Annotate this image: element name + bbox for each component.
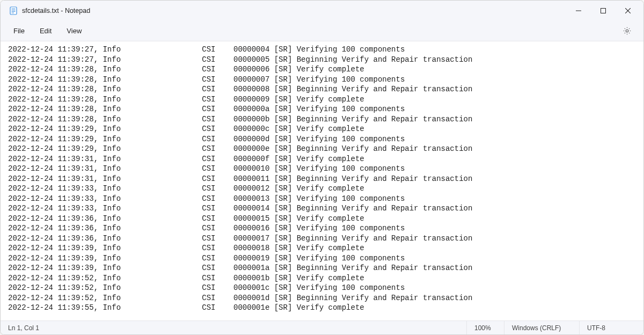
svg-rect-6 — [601, 9, 606, 13]
text-content[interactable]: 2022-12-24 11:39:27, Info CSI 00000004 [… — [1, 41, 643, 321]
notepad-window: sfcdetails.txt - Notepad File Edit View — [0, 0, 644, 335]
notepad-app-icon — [9, 6, 18, 15]
maximize-button[interactable] — [591, 2, 616, 19]
window-title: sfcdetails.txt - Notepad — [22, 7, 90, 14]
status-zoom[interactable]: 100% — [466, 321, 504, 334]
menubar: File Edit View — [1, 21, 643, 41]
menu-view[interactable]: View — [60, 24, 88, 38]
status-cursor: Ln 1, Col 1 — [1, 321, 47, 334]
titlebar: sfcdetails.txt - Notepad — [1, 1, 643, 21]
status-encoding: UTF-8 — [579, 321, 643, 334]
editor-area[interactable]: 2022-12-24 11:39:27, Info CSI 00000004 [… — [1, 41, 643, 321]
svg-rect-0 — [10, 7, 17, 14]
menu-file[interactable]: File — [7, 24, 31, 38]
close-button[interactable] — [616, 2, 640, 19]
statusbar: Ln 1, Col 1 100% Windows (CRLF) UTF-8 — [1, 321, 643, 334]
window-controls — [566, 2, 640, 19]
menu-edit[interactable]: Edit — [33, 24, 58, 38]
minimize-button[interactable] — [566, 2, 591, 19]
gear-icon[interactable] — [622, 26, 632, 36]
svg-point-9 — [626, 30, 628, 32]
status-line-ending: Windows (CRLF) — [504, 321, 579, 334]
